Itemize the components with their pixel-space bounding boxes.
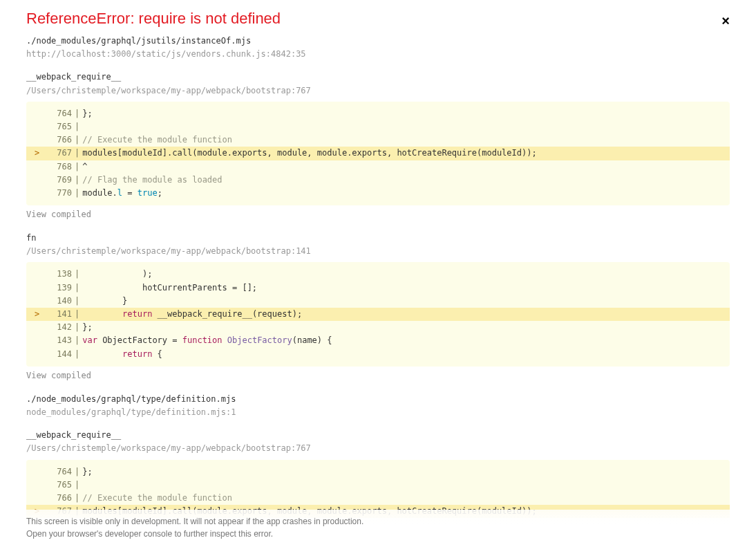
view-compiled-link[interactable]: View compiled	[26, 210, 730, 219]
code-line: 765|	[26, 120, 730, 133]
frame-function: __webpack_require__	[26, 71, 730, 84]
frame-function: fn	[26, 232, 730, 245]
stack-frames: ./node_modules/graphql/jsutils/instanceO…	[26, 35, 730, 547]
frame-function: ./node_modules/graphql/jsutils/instanceO…	[26, 35, 730, 48]
frame-location: node_modules/graphql/type/definition.mjs…	[26, 406, 730, 419]
code-line: 144| return {	[26, 348, 730, 361]
frame-function: ./node_modules/graphql/type/definition.m…	[26, 393, 730, 406]
code-line: 766|// Execute the module function	[26, 492, 730, 505]
code-line: 769|// Flag the module as loaded	[26, 174, 730, 187]
frame-location: /Users/christemple/workspace/my-app/webp…	[26, 245, 730, 258]
frame-location: /Users/christemple/workspace/my-app/webp…	[26, 84, 730, 98]
stack-frame: __webpack_require__/Users/christemple/wo…	[26, 71, 730, 219]
code-line: 139| hotCurrentParents = [];	[26, 281, 730, 295]
frame-location: /Users/christemple/workspace/my-app/webp…	[26, 442, 730, 455]
code-line: 768|^	[26, 160, 730, 174]
code-line: 140| }	[26, 295, 730, 308]
frame-function: __webpack_require__	[26, 429, 730, 442]
code-line: 764|};	[26, 107, 730, 120]
code-line: 765|	[26, 479, 730, 492]
error-title: ReferenceError: require is not defined	[26, 10, 281, 28]
footer: This screen is visible only in developme…	[0, 510, 756, 547]
code-block: 764|}; 765| 766|// Execute the module fu…	[26, 102, 730, 205]
code-block: 138| ); 139| hotCurrentParents = []; 140…	[26, 262, 730, 366]
error-overlay: ReferenceError: require is not defined ×…	[0, 0, 756, 547]
code-line: 142|};	[26, 321, 730, 334]
stack-frame: fn/Users/christemple/workspace/my-app/we…	[26, 232, 730, 380]
code-line: 764|};	[26, 465, 730, 479]
code-line: 143|var ObjectFactory = function ObjectF…	[26, 334, 730, 347]
code-line: 138| );	[26, 268, 730, 281]
code-line: >767|modules[moduleId].call(module.expor…	[26, 147, 730, 160]
header-row: ReferenceError: require is not defined ×	[26, 7, 730, 35]
stack-frame: ./node_modules/graphql/type/definition.m…	[26, 393, 730, 419]
stack-frame: ./node_modules/graphql/jsutils/instanceO…	[26, 35, 730, 61]
close-icon[interactable]: ×	[721, 14, 730, 28]
frame-location: http://localhost:3000/static/js/vendors.…	[26, 48, 730, 61]
code-line: 770|module.l = true;	[26, 187, 730, 200]
code-line: 766|// Execute the module function	[26, 133, 730, 147]
view-compiled-link[interactable]: View compiled	[26, 371, 730, 380]
footer-line-1: This screen is visible only in developme…	[26, 515, 730, 528]
code-line: >141| return __webpack_require__(request…	[26, 308, 730, 321]
footer-line-2: Open your browser's developer console to…	[26, 528, 730, 540]
